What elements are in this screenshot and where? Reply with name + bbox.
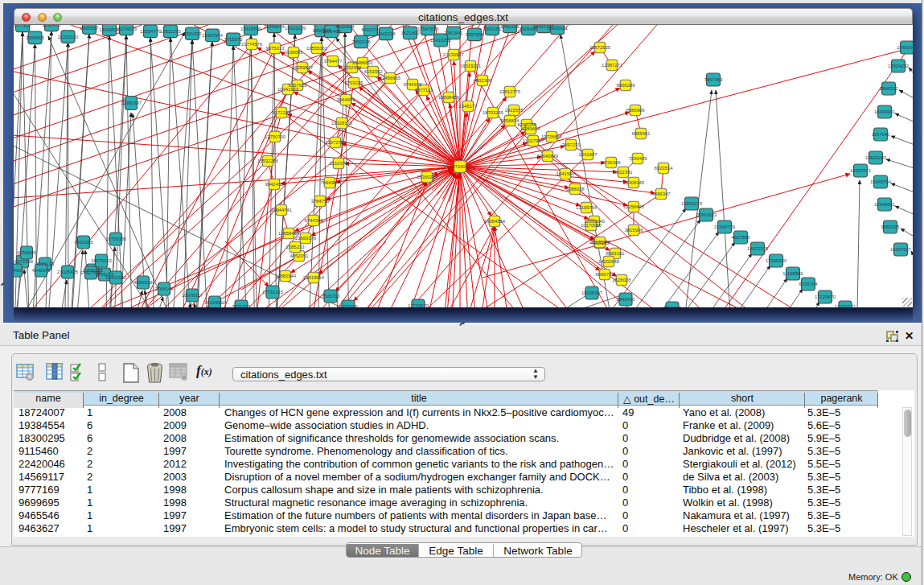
svg-text:2628028: 2628028 [613,278,632,282]
svg-text:13418599: 13418599 [240,27,261,31]
svg-text:7777627: 7777627 [14,25,31,28]
svg-text:6744346: 6744346 [305,218,324,223]
svg-text:18039197: 18039197 [581,290,602,295]
svg-text:2241887: 2241887 [579,152,598,157]
svg-text:21649050: 21649050 [14,268,27,273]
svg-text:18759386: 18759386 [105,237,127,241]
svg-text:10555061: 10555061 [306,46,327,51]
svg-text:8589909: 8589909 [626,108,645,113]
svg-text:16257827: 16257827 [890,247,911,252]
svg-text:11168980: 11168980 [782,271,803,276]
svg-text:4153952: 4153952 [364,69,383,74]
svg-text:19508456: 19508456 [438,95,460,100]
svg-text:15935921: 15935921 [547,26,568,31]
svg-text:9416395: 9416395 [75,240,94,245]
svg-text:14427616: 14427616 [80,270,102,275]
svg-text:3702956: 3702956 [343,65,363,70]
svg-text:16357871: 16357871 [850,168,871,173]
svg-text:16194592: 16194592 [204,300,225,305]
svg-text:4316133: 4316133 [36,262,55,266]
svg-text:3664691: 3664691 [337,97,355,102]
svg-text:3815936: 3815936 [625,228,644,233]
svg-text:18793265: 18793265 [483,110,504,115]
svg-text:6606762: 6606762 [596,272,614,277]
svg-text:12073745: 12073745 [325,140,347,145]
svg-text:18575102: 18575102 [91,258,112,263]
svg-text:9906289: 9906289 [617,83,635,88]
svg-text:13924292: 13924292 [888,64,909,68]
svg-text:13323229: 13323229 [285,26,306,31]
svg-text:4496347: 4496347 [652,192,671,196]
svg-text:8320514: 8320514 [655,166,674,171]
svg-text:12258445: 12258445 [623,204,645,209]
svg-text:4254845: 4254845 [18,250,37,255]
svg-text:15300213: 15300213 [417,175,438,179]
svg-text:19384554: 19384554 [484,219,506,224]
svg-text:4360218: 4360218 [134,280,154,285]
svg-text:12410255: 12410255 [430,38,452,43]
svg-text:7621313: 7621313 [232,304,252,307]
svg-text:4877119: 4877119 [415,88,433,93]
svg-text:19726661: 19726661 [541,134,562,139]
svg-text:16259847: 16259847 [292,65,313,70]
svg-text:4242649: 4242649 [32,268,51,273]
svg-text:9781229: 9781229 [501,25,519,29]
svg-text:17770570: 17770570 [408,303,429,307]
svg-text:9942458: 9942458 [265,182,285,187]
svg-text:13862279: 13862279 [681,201,702,206]
svg-text:6288028: 6288028 [566,187,585,192]
svg-text:9905557: 9905557 [80,26,99,31]
svg-text:15649794: 15649794 [870,179,892,184]
svg-text:21774576: 21774576 [241,42,263,47]
svg-text:16944741: 16944741 [271,208,292,212]
svg-text:3235470: 3235470 [43,25,62,27]
svg-text:20486801: 20486801 [352,60,373,65]
svg-text:17229670: 17229670 [815,295,836,299]
svg-text:6955061: 6955061 [632,131,651,136]
svg-text:22812775: 22812775 [499,89,521,94]
svg-text:7526710: 7526710 [322,294,341,299]
svg-text:15532226: 15532226 [257,159,279,163]
svg-text:1715572: 1715572 [224,37,243,42]
svg-text:3397658: 3397658 [466,32,485,37]
svg-text:1641560: 1641560 [556,171,576,176]
svg-text:14202648: 14202648 [598,259,620,264]
svg-text:8172200: 8172200 [273,110,292,115]
svg-text:22175077: 22175077 [589,240,610,245]
svg-text:4389603: 4389603 [522,126,541,131]
svg-text:21669179: 21669179 [295,236,316,241]
svg-text:7393151: 7393151 [483,27,502,31]
svg-text:2391930: 2391930 [183,31,203,36]
svg-text:12458965: 12458965 [380,76,401,80]
svg-text:19401502: 19401502 [105,275,126,280]
svg-text:16946861: 16946861 [874,202,895,207]
svg-text:12672535: 12672535 [589,45,611,50]
svg-text:2210378: 2210378 [330,161,349,166]
svg-text:14972376: 14972376 [747,246,769,251]
svg-text:7867459: 7867459 [704,77,723,82]
svg-text:3108895: 3108895 [285,50,304,55]
svg-text:17345330: 17345330 [766,258,787,263]
svg-text:3497231: 3497231 [562,142,581,147]
svg-text:7850128: 7850128 [352,39,372,44]
svg-text:7703235: 7703235 [345,80,364,85]
svg-text:9744978: 9744978 [404,82,423,87]
svg-text:4667565: 4667565 [732,235,751,240]
svg-text:2185233: 2185233 [286,245,306,249]
svg-text:9975013: 9975013 [266,46,285,51]
svg-text:3794477: 3794477 [324,59,343,64]
svg-text:2764149: 2764149 [155,286,174,291]
svg-text:21139917: 21139917 [443,52,464,57]
svg-text:6378704: 6378704 [799,282,819,286]
svg-text:12980397: 12980397 [121,101,142,105]
svg-text:17947818: 17947818 [417,27,439,31]
svg-text:3784753: 3784753 [311,199,331,204]
svg-text:1187040: 1187040 [872,132,890,137]
svg-text:7664964: 7664964 [321,180,340,185]
svg-text:19328178: 19328178 [331,121,353,126]
svg-text:16372398: 16372398 [14,259,34,264]
svg-text:10170060: 10170060 [581,223,602,228]
svg-text:3843430: 3843430 [617,297,636,302]
svg-text:8063161: 8063161 [606,251,625,256]
svg-text:22308345: 22308345 [623,180,645,185]
